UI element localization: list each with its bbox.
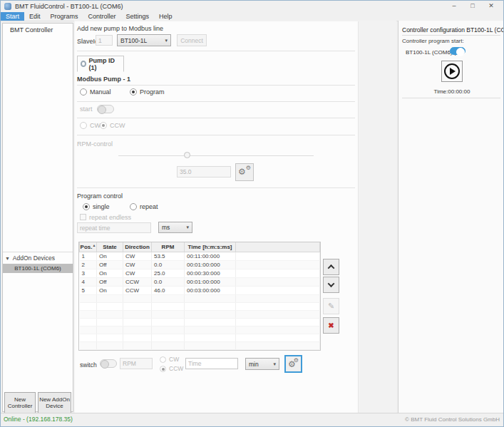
- table-cell-direction: CW: [123, 252, 152, 260]
- table-cell-time: [185, 334, 236, 341]
- table-row[interactable]: [80, 310, 320, 318]
- maximize-button[interactable]: □: [463, 1, 482, 12]
- table-row[interactable]: 5OnCCW46.000:03:00:000: [80, 286, 320, 294]
- menu-controller[interactable]: Controller: [83, 12, 121, 21]
- table-cell-state: [97, 310, 123, 318]
- table-row[interactable]: 3OnCW25.000:00:30:000: [80, 269, 320, 277]
- cw-radio[interactable]: CW: [80, 122, 101, 129]
- table-cell-rpm: [152, 334, 185, 341]
- connect-button[interactable]: Connect: [177, 34, 207, 46]
- table-cell-filler: [236, 252, 320, 260]
- pump-name-label: Modbus Pump - 1: [77, 76, 130, 83]
- minimize-button[interactable]: –: [445, 1, 463, 12]
- rpm-settings-button[interactable]: ⚙ ⚙: [235, 163, 254, 181]
- table-cell-filler: [236, 302, 320, 310]
- table-cell-pos: 1: [80, 252, 97, 260]
- table-cell-time: [185, 294, 236, 302]
- cw-radio-circle[interactable]: [80, 122, 87, 129]
- start-toggle[interactable]: [97, 105, 114, 113]
- tab-pump-id[interactable]: Pump ID (1): [77, 56, 124, 72]
- menu-programs[interactable]: Programs: [46, 12, 83, 21]
- slave-id-input[interactable]: [96, 35, 113, 46]
- move-up-button[interactable]: [323, 259, 339, 275]
- table-row[interactable]: [80, 302, 320, 310]
- table-row[interactable]: 1OnCW53.500:11:00:000: [80, 252, 320, 260]
- col-pos[interactable]: Pos.▲: [80, 242, 97, 252]
- menu-help[interactable]: Help: [154, 12, 178, 21]
- switch-cw-radio-circle[interactable]: [160, 356, 166, 363]
- sidebar-item-bmt-controller[interactable]: BMT Controller: [10, 26, 53, 34]
- delete-row-button[interactable]: ✖: [323, 317, 339, 334]
- switch-ccw-radio-circle[interactable]: [160, 366, 166, 372]
- repeat-endless-checkbox[interactable]: repeat endless: [80, 214, 131, 221]
- table-cell-filler: [236, 277, 320, 286]
- repeat-endless-checkbox-box[interactable]: [80, 214, 86, 220]
- table-cell-pos: [80, 334, 97, 341]
- table-cell-state: [97, 334, 123, 341]
- table-cell-time: 00:03:00:000: [185, 286, 236, 294]
- chevron-down-icon: [328, 280, 335, 287]
- table-cell-filler: [236, 310, 320, 318]
- col-rpm[interactable]: RPM: [152, 242, 185, 252]
- divider: [77, 101, 355, 102]
- repeat-unit-selected: ms: [162, 224, 186, 231]
- program-play-button[interactable]: [441, 61, 463, 82]
- table-row[interactable]: 4OffCCW0.000:01:00:000: [80, 277, 320, 286]
- new-controller-button[interactable]: New Controller: [4, 392, 36, 413]
- table-row[interactable]: 2OffCW0.000:01:00:000: [80, 260, 320, 269]
- program-radio-circle[interactable]: [130, 88, 137, 96]
- program-radio[interactable]: Program: [130, 88, 165, 96]
- table-row[interactable]: [80, 326, 320, 334]
- repeat-radio-circle[interactable]: [130, 203, 137, 210]
- table-cell-state: Off: [97, 277, 123, 286]
- new-addon-device-button[interactable]: New AddOn Device: [38, 392, 71, 413]
- repeat-unit-dropdown[interactable]: ms ▾: [158, 222, 192, 233]
- ccw-radio[interactable]: CCW: [100, 122, 125, 129]
- manual-radio-circle[interactable]: [80, 88, 87, 96]
- menu-start[interactable]: Start: [1, 12, 24, 21]
- col-direction[interactable]: Direction: [123, 242, 152, 252]
- ccw-radio-circle[interactable]: [100, 122, 107, 129]
- rpm-value-input[interactable]: [177, 166, 231, 178]
- col-time[interactable]: Time [h:m:s:ms]: [185, 242, 236, 252]
- single-radio-circle[interactable]: [83, 203, 90, 210]
- switch-cw-radio[interactable]: CW: [160, 356, 179, 363]
- addon-devices-expander[interactable]: ▼ AddOn Devices: [5, 254, 55, 262]
- switch-settings-button[interactable]: ⚙ ⚙: [284, 355, 302, 373]
- pump-type-dropdown[interactable]: BT100-1L ▾: [117, 34, 171, 46]
- controller-config-heading: Controller configuration BT100-1L (COM6): [402, 26, 502, 34]
- table-cell-direction: [123, 302, 152, 310]
- switch-toggle[interactable]: [100, 359, 117, 368]
- edit-row-button[interactable]: ✎: [323, 298, 339, 314]
- col-state[interactable]: State: [97, 242, 123, 252]
- menu-edit[interactable]: Edit: [24, 12, 46, 21]
- table-row[interactable]: [80, 318, 320, 326]
- table-row[interactable]: [80, 334, 320, 341]
- table-cell-state: On: [97, 286, 123, 294]
- repeat-time-input[interactable]: [77, 222, 151, 233]
- titlebar: BMT FluidControl - BT100-1L (COM6) – □ ✕: [1, 1, 503, 12]
- gear-small-icon: ⚙: [246, 165, 251, 171]
- table-cell-rpm: 46.0: [152, 286, 185, 294]
- switch-ccw-radio[interactable]: CCW: [160, 365, 183, 372]
- move-down-button[interactable]: [323, 277, 339, 293]
- program-table-body: 1OnCW53.500:11:00:0002OffCW0.000:01:00:0…: [80, 252, 320, 349]
- switch-time-input[interactable]: [185, 358, 238, 369]
- table-row[interactable]: [80, 294, 320, 302]
- table-row[interactable]: [80, 341, 320, 349]
- table-cell-rpm: 25.0: [152, 269, 185, 277]
- device-power-toggle[interactable]: [450, 47, 466, 55]
- rpm-slider-thumb[interactable]: [184, 152, 190, 158]
- table-cell-state: [97, 294, 123, 302]
- sidebar-item-bt100-device[interactable]: BT100-1L (COM6): [3, 264, 73, 273]
- manual-radio[interactable]: Manual: [80, 88, 111, 96]
- online-status: Online - (192.168.178.35): [4, 416, 73, 423]
- close-button[interactable]: ✕: [482, 1, 500, 12]
- single-radio[interactable]: single: [83, 203, 110, 210]
- rpm-slider[interactable]: [118, 155, 314, 156]
- menu-settings[interactable]: Settings: [121, 12, 155, 21]
- table-cell-rpm: [152, 326, 185, 334]
- switch-unit-dropdown[interactable]: min ▾: [245, 358, 279, 370]
- repeat-radio[interactable]: repeat: [130, 203, 158, 210]
- switch-rpm-input[interactable]: [120, 358, 153, 369]
